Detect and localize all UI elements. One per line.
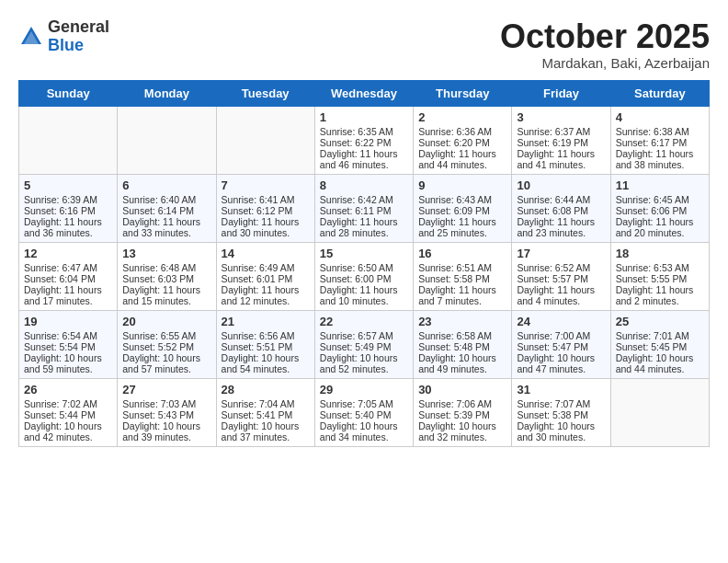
calendar-cell: 1Sunrise: 6:35 AMSunset: 6:22 PMDaylight…	[314, 106, 413, 174]
day-info: Daylight: 10 hours and 49 minutes.	[418, 352, 506, 374]
calendar-cell: 17Sunrise: 6:52 AMSunset: 5:57 PMDayligh…	[512, 242, 610, 310]
calendar-cell: 18Sunrise: 6:53 AMSunset: 5:55 PMDayligh…	[610, 242, 709, 310]
day-info: Sunrise: 6:53 AM	[616, 262, 704, 273]
day-info: Sunset: 6:20 PM	[418, 137, 506, 148]
weekday-header: Thursday	[414, 80, 512, 106]
calendar-cell: 5Sunrise: 6:39 AMSunset: 6:16 PMDaylight…	[19, 174, 118, 242]
day-info: Daylight: 11 hours and 33 minutes.	[122, 216, 210, 238]
day-info: Sunrise: 6:35 AM	[320, 126, 408, 137]
calendar-cell: 10Sunrise: 6:44 AMSunset: 6:08 PMDayligh…	[512, 174, 610, 242]
day-number: 3	[517, 110, 605, 124]
day-info: Sunset: 6:08 PM	[517, 205, 605, 216]
day-number: 23	[418, 315, 506, 328]
calendar-cell	[19, 106, 118, 174]
calendar-week-row: 1Sunrise: 6:35 AMSunset: 6:22 PMDaylight…	[19, 106, 710, 174]
day-number: 21	[222, 315, 310, 328]
day-number: 17	[517, 247, 605, 260]
day-info: Daylight: 11 hours and 4 minutes.	[517, 284, 605, 306]
day-info: Daylight: 10 hours and 59 minutes.	[24, 352, 112, 374]
day-info: Sunrise: 7:05 AM	[320, 398, 408, 409]
day-number: 13	[122, 247, 210, 260]
day-info: Sunrise: 7:04 AM	[222, 398, 310, 409]
day-info: Sunset: 6:16 PM	[24, 205, 112, 216]
day-info: Sunset: 6:00 PM	[320, 273, 408, 284]
day-info: Sunset: 5:49 PM	[320, 341, 408, 352]
calendar-cell: 2Sunrise: 6:36 AMSunset: 6:20 PMDaylight…	[414, 106, 512, 174]
calendar-cell: 6Sunrise: 6:40 AMSunset: 6:14 PMDaylight…	[118, 174, 216, 242]
calendar-cell: 4Sunrise: 6:38 AMSunset: 6:17 PMDaylight…	[610, 106, 709, 174]
weekday-header-row: SundayMondayTuesdayWednesdayThursdayFrid…	[19, 80, 710, 106]
calendar-cell: 15Sunrise: 6:50 AMSunset: 6:00 PMDayligh…	[314, 242, 413, 310]
calendar-cell	[216, 106, 314, 174]
day-info: Daylight: 11 hours and 28 minutes.	[320, 216, 408, 238]
calendar-cell: 28Sunrise: 7:04 AMSunset: 5:41 PMDayligh…	[216, 378, 314, 446]
calendar-cell: 19Sunrise: 6:54 AMSunset: 5:54 PMDayligh…	[19, 310, 118, 378]
logo-line2: Blue	[48, 37, 109, 55]
day-info: Daylight: 10 hours and 32 minutes.	[418, 420, 506, 442]
day-info: Sunset: 6:14 PM	[122, 205, 210, 216]
calendar-cell: 20Sunrise: 6:55 AMSunset: 5:52 PMDayligh…	[118, 310, 216, 378]
day-info: Daylight: 11 hours and 17 minutes.	[24, 284, 112, 306]
day-info: Sunrise: 6:45 AM	[616, 194, 704, 205]
day-info: Sunset: 5:47 PM	[517, 341, 605, 352]
day-info: Sunrise: 6:55 AM	[122, 330, 210, 341]
day-info: Daylight: 10 hours and 30 minutes.	[517, 420, 605, 442]
day-number: 6	[122, 178, 210, 192]
weekday-header: Saturday	[610, 80, 709, 106]
day-number: 18	[616, 247, 704, 260]
day-info: Sunset: 5:55 PM	[616, 273, 704, 284]
day-info: Daylight: 11 hours and 36 minutes.	[24, 216, 112, 238]
calendar-cell: 27Sunrise: 7:03 AMSunset: 5:43 PMDayligh…	[118, 378, 216, 446]
calendar-week-row: 26Sunrise: 7:02 AMSunset: 5:44 PMDayligh…	[19, 378, 710, 446]
day-info: Sunrise: 6:44 AM	[517, 194, 605, 205]
day-info: Sunrise: 7:02 AM	[24, 398, 112, 409]
day-info: Daylight: 11 hours and 7 minutes.	[418, 284, 506, 306]
day-number: 12	[24, 247, 112, 260]
day-number: 10	[517, 178, 605, 192]
day-info: Sunset: 5:51 PM	[222, 341, 310, 352]
day-number: 28	[222, 383, 310, 396]
logo: General Blue	[18, 18, 109, 55]
day-info: Sunrise: 7:01 AM	[616, 330, 704, 341]
day-info: Sunset: 5:43 PM	[122, 409, 210, 420]
logo-line1: General	[48, 18, 109, 37]
day-info: Sunrise: 7:06 AM	[418, 398, 506, 409]
day-info: Daylight: 10 hours and 47 minutes.	[517, 352, 605, 374]
day-info: Sunrise: 6:38 AM	[616, 126, 704, 137]
day-info: Sunset: 5:54 PM	[24, 341, 112, 352]
day-info: Sunrise: 6:39 AM	[24, 194, 112, 205]
day-number: 4	[616, 110, 704, 124]
day-number: 11	[616, 178, 704, 192]
day-number: 19	[24, 315, 112, 328]
day-number: 14	[222, 247, 310, 260]
day-info: Daylight: 10 hours and 54 minutes.	[222, 352, 310, 374]
day-info: Sunrise: 6:57 AM	[320, 330, 408, 341]
day-info: Sunrise: 7:07 AM	[517, 398, 605, 409]
day-info: Sunrise: 6:52 AM	[517, 262, 605, 273]
weekday-header: Sunday	[19, 80, 118, 106]
calendar-cell: 30Sunrise: 7:06 AMSunset: 5:39 PMDayligh…	[414, 378, 512, 446]
page-header: General Blue October 2025 Mardakan, Baki…	[18, 18, 710, 71]
day-info: Daylight: 11 hours and 46 minutes.	[320, 148, 408, 170]
day-info: Sunset: 5:57 PM	[517, 273, 605, 284]
day-info: Sunset: 5:40 PM	[320, 409, 408, 420]
calendar-week-row: 12Sunrise: 6:47 AMSunset: 6:04 PMDayligh…	[19, 242, 710, 310]
calendar-cell: 14Sunrise: 6:49 AMSunset: 6:01 PMDayligh…	[216, 242, 314, 310]
calendar-cell: 3Sunrise: 6:37 AMSunset: 6:19 PMDaylight…	[512, 106, 610, 174]
day-info: Daylight: 11 hours and 20 minutes.	[616, 216, 704, 238]
day-info: Sunrise: 6:42 AM	[320, 194, 408, 205]
calendar-cell: 21Sunrise: 6:56 AMSunset: 5:51 PMDayligh…	[216, 310, 314, 378]
day-number: 25	[616, 315, 704, 328]
calendar-cell: 25Sunrise: 7:01 AMSunset: 5:45 PMDayligh…	[610, 310, 709, 378]
day-info: Sunset: 6:12 PM	[222, 205, 310, 216]
day-number: 2	[418, 110, 506, 124]
day-info: Sunset: 6:17 PM	[616, 137, 704, 148]
day-number: 24	[517, 315, 605, 328]
calendar-table: SundayMondayTuesdayWednesdayThursdayFrid…	[18, 80, 710, 447]
weekday-header: Wednesday	[314, 80, 413, 106]
day-number: 15	[320, 247, 408, 260]
day-number: 9	[418, 178, 506, 192]
weekday-header: Friday	[512, 80, 610, 106]
day-info: Sunset: 5:39 PM	[418, 409, 506, 420]
day-info: Sunset: 5:41 PM	[222, 409, 310, 420]
